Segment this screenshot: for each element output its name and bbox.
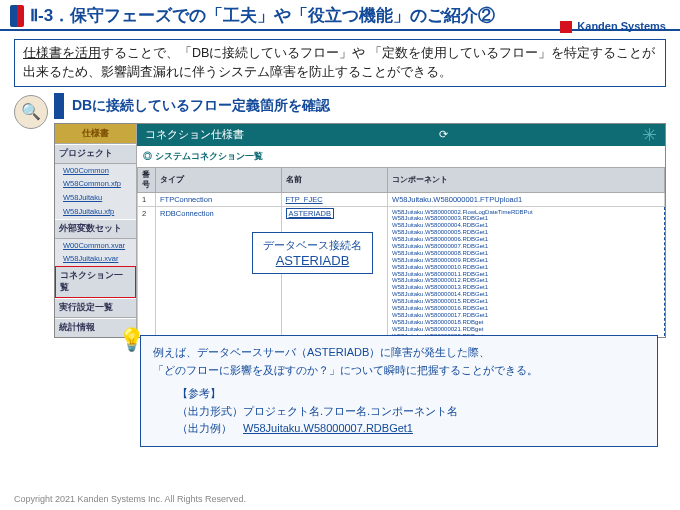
table-header-row: 番号 タイプ 名前 コンポーネント [138, 167, 665, 192]
avatar-icon: 🔍 [14, 95, 48, 129]
sidebar-section-runconfig[interactable]: 実行設定一覧 [55, 298, 136, 318]
star-icon: ✳ [642, 124, 657, 146]
app-titlebar: コネクション仕様書 ⟳ ✳ [137, 124, 665, 146]
sidebar: 仕様書 プロジェクト W00Common W58Common.xfp W58Ju… [55, 124, 137, 337]
col-name: 名前 [281, 167, 388, 192]
lightbulb-icon: 💡 [118, 327, 145, 353]
sidebar-item[interactable]: W58Common.xfp [55, 177, 136, 191]
sidebar-section-connection[interactable]: コネクション一覧 [55, 266, 136, 298]
note-box: 例えば、データベースサーバ（ASTERIADB）に障害が発生した際、 「どのフロ… [140, 335, 658, 447]
connection-table: 番号 タイプ 名前 コンポーネント 1 FTPConnection FTP_FJ… [137, 167, 665, 338]
svg-rect-0 [560, 21, 572, 33]
app-title: コネクション仕様書 [145, 127, 244, 142]
callout-box: データベース接続名 ASTERIADB [252, 232, 373, 274]
callout-line2: ASTERIADB [263, 253, 362, 268]
cell-type: FTPConnection [156, 192, 282, 206]
app-window: 仕様書 プロジェクト W00Common W58Common.xfp W58Ju… [54, 123, 666, 338]
brand-text: Kanden Systems [577, 20, 666, 32]
table-row: 2 RDBConnection ASTERIADB W58Juitaku.W58… [138, 206, 665, 338]
note-ref: 【参考】 （出力形式）プロジェクト名.フロー名.コンポーネント名 （出力例） W… [177, 385, 645, 438]
note-l1: 例えば、データベースサーバ（ASTERIADB）に障害が発生した際、 [153, 344, 645, 362]
callout-line1: データベース接続名 [263, 238, 362, 253]
main-column: DBに接続しているフロー定義箇所を確認 仕様書 プロジェクト W00Common… [54, 93, 666, 338]
sidebar-item[interactable]: W58Juitaku [55, 191, 136, 205]
sidebar-header: 仕様書 [55, 124, 136, 144]
cell-num: 2 [138, 206, 156, 338]
brand-icon [560, 21, 572, 33]
app-subtitle: ◎ システムコネクション一覧 [137, 146, 665, 167]
col-component: コンポーネント [388, 167, 665, 192]
cell-comp[interactable]: W58Juitaku.W580000001.FTPUpload1 [388, 192, 665, 206]
brand-label: Kanden Systems [560, 20, 666, 33]
refresh-icon[interactable]: ⟳ [439, 128, 448, 141]
description-underline: 仕様書を活用 [23, 46, 101, 60]
sidebar-item[interactable]: W58Juitaku.xvar [55, 252, 136, 266]
sidebar-item[interactable]: W00Common [55, 164, 136, 178]
content-row: 🔍 DBに接続しているフロー定義箇所を確認 仕様書 プロジェクト W00Comm… [14, 93, 666, 338]
logo-mark [10, 5, 24, 27]
note-link[interactable]: W58Juitaku.W58000007.RDBGet1 [243, 422, 413, 434]
avatar-column: 🔍 [14, 93, 54, 338]
note-ref1: （出力形式）プロジェクト名.フロー名.コンポーネント名 [177, 403, 645, 421]
sidebar-item[interactable]: W00Common.xvar [55, 239, 136, 253]
note-l2: 「どのフローに影響を及ぼすのか？」について瞬時に把握することができる。 [153, 362, 645, 380]
page-footer: Copyright 2021 Kanden Systems Inc. All R… [14, 494, 246, 504]
note-ref-h: 【参考】 [177, 385, 645, 403]
note-ref2: （出力例） W58Juitaku.W58000007.RDBGet1 [177, 420, 645, 438]
sidebar-section-project[interactable]: プロジェクト [55, 144, 136, 164]
table-row: 1 FTPConnection FTP_FJEC W58Juitaku.W580… [138, 192, 665, 206]
description-box: 仕様書を活用することで、「DBに接続しているフロー」や 「定数を使用しているフロ… [14, 39, 666, 87]
col-num: 番号 [138, 167, 156, 192]
description-body: することで、「DBに接続しているフロー」や 「定数を使用しているフロー」を特定す… [23, 46, 655, 79]
cell-num: 1 [138, 192, 156, 206]
cell-comp[interactable]: W58Juitaku.W580000002.FlowLogDateTimeRDB… [388, 206, 665, 338]
cell-name[interactable]: FTP_FJEC [281, 192, 388, 206]
app-main: コネクション仕様書 ⟳ ✳ ◎ システムコネクション一覧 番号 タイプ 名前 コ… [137, 124, 665, 337]
col-type: タイプ [156, 167, 282, 192]
section-title: DBに接続しているフロー定義箇所を確認 [54, 93, 666, 119]
sidebar-section-extvar[interactable]: 外部変数セット [55, 219, 136, 239]
sidebar-item[interactable]: W58Juitaku.xfp [55, 205, 136, 219]
